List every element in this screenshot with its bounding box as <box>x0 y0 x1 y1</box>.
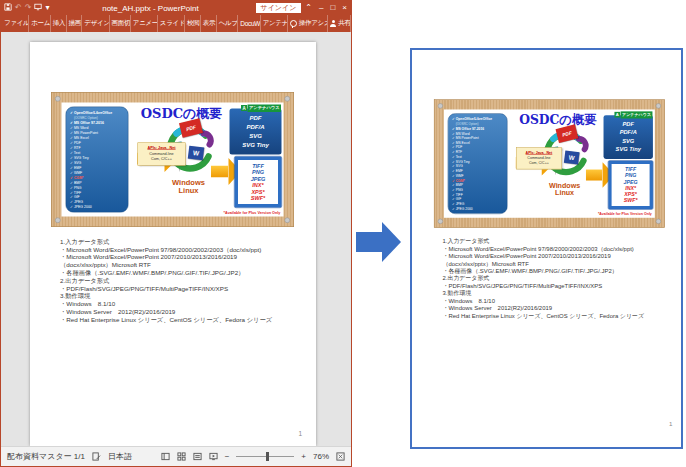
api-note: APIs: Java, .NetCommand-lineCom, C/C++ <box>138 143 186 166</box>
output-format-item: PDF <box>230 113 282 122</box>
exported-handout-page: A アンテナハウス OSDCの概要 ✓ OpenOffice/LibreOffi… <box>414 52 683 449</box>
start-slideshow-button[interactable] <box>34 3 42 13</box>
zoom-out-button[interactable]: − <box>225 452 230 461</box>
window-title: note_AH.pptx - PowerPoint <box>49 4 251 13</box>
api-note-line: Com, C/C++ <box>138 156 185 162</box>
minimize-button[interactable]: – <box>319 4 323 12</box>
ribbon-tab[interactable]: アニメー <box>131 15 158 32</box>
page-number: 1 <box>298 430 302 438</box>
notes-line: ・各種画像（.SVG/.EMF/.WMF/.BMP/.PNG/.GIF/.TIF… <box>443 268 675 275</box>
logo-icon: A <box>614 112 620 118</box>
notes-line: ・Microsoft Word/Excel/PowerPoint 2007/20… <box>443 253 675 260</box>
notes-line: 3.動作環境 <box>443 290 675 297</box>
slide-sorter-view-button[interactable] <box>177 452 186 461</box>
ribbon-tab[interactable]: 描画 <box>67 15 83 32</box>
status-bar: 配布資料マスター 1/1 日本語 − + 7 <box>1 446 351 466</box>
person-icon <box>330 20 336 27</box>
notes-line: ・Windows 8.1/10 <box>60 300 304 308</box>
powerpoint-window: ↶ ↷ ▾ note_AH.pptx - PowerPoint サインイン ⌃ … <box>0 0 352 467</box>
handout-notes-text: 1.入力データ形式・Microsoft Word/Excel/PowerPoin… <box>443 238 675 319</box>
language-button[interactable]: 日本語 <box>108 451 132 462</box>
logo-text: アンテナハウス <box>621 111 653 118</box>
ribbon-tab[interactable]: ファイル <box>2 15 29 32</box>
label: 操作アシス <box>299 19 328 28</box>
page-number: 1 <box>669 420 672 427</box>
notes-line: ・PDF/Flash/SVG/JPEG/PNG/TIFF/MultiPageTI… <box>443 283 675 290</box>
undo-button[interactable]: ↶ <box>15 4 22 12</box>
w-cube: W <box>188 146 204 161</box>
logo-text: アンテナハウス <box>248 104 281 112</box>
window-controls: ⌃ – □ × <box>305 4 347 12</box>
platform-label: WindowsLinux <box>537 182 592 197</box>
ribbon-tab[interactable]: 画面切 <box>110 15 131 32</box>
quick-access-toolbar: ↶ ↷ ▾ <box>4 3 49 13</box>
notes-line: 2.出力データ形式 <box>60 277 304 285</box>
screw-icon <box>438 219 443 224</box>
ribbon-tab[interactable]: デザイン <box>82 15 109 32</box>
zoom-in-button[interactable]: + <box>301 452 306 461</box>
ribbon-tab[interactable]: 操作アシス <box>288 15 328 32</box>
notes-line: ・Windows Server 2012(R2)/2016/2019 <box>443 305 675 312</box>
notes-line: ・Red Hat Enterprise Linux シリーズ、CentOS シリ… <box>443 312 675 319</box>
titlebar: ↶ ↷ ▾ note_AH.pptx - PowerPoint サインイン ⌃ … <box>1 1 351 15</box>
zoom-level-label[interactable]: 76% <box>313 452 329 461</box>
notes-line: 2.出力データ形式 <box>443 275 675 282</box>
redo-button[interactable]: ↷ <box>25 4 32 12</box>
output-plus-format-item: SWF* <box>612 197 650 203</box>
screw-icon <box>438 103 443 108</box>
editing-area[interactable]: A アンテナハウス OSDCの概要 ✓ OpenOffice/LibreOffi… <box>1 32 351 446</box>
output-format-item: SVG <box>230 131 282 140</box>
floppy-icon <box>4 3 12 11</box>
ribbon-tab[interactable]: 表示 <box>201 15 217 32</box>
reading-view-button[interactable] <box>193 452 202 461</box>
fit-to-window-button[interactable] <box>336 452 345 461</box>
handout-master-page[interactable]: A アンテナハウス OSDCの概要 ✓ OpenOffice/LibreOffi… <box>30 42 316 446</box>
ribbon-display-options-button[interactable]: ⌃ <box>305 4 312 12</box>
screw-icon <box>285 218 291 224</box>
input-format-list: ✓ OpenOffice/LibreOffice(OOSRC Option)✓ … <box>448 113 508 214</box>
ribbon-tab[interactable]: DocuW <box>238 15 260 32</box>
sign-in-button[interactable]: サインイン <box>256 3 302 13</box>
plus-version-footnote: *Available for Plus Version Only <box>595 212 655 216</box>
ribbon-tab-bar: ファイルホーム挿入描画デザイン画面切アニメースライド校閲表示ヘルプDocuWアン… <box>1 15 351 32</box>
comparison-arrow-icon <box>356 222 402 262</box>
save-button[interactable] <box>4 3 12 13</box>
output-plus-box: TIFFPNGJPEG INX*XPS*SWF* <box>235 157 282 208</box>
output-format-item: SVG Tiny <box>230 140 282 149</box>
lightbulb-icon <box>290 20 297 27</box>
platform-label: WindowsLinux <box>160 179 218 195</box>
display-settings-icon[interactable] <box>92 452 101 461</box>
ribbon-tab[interactable]: 校閲 <box>185 15 201 32</box>
ribbon-tab[interactable]: 挿入 <box>51 15 67 32</box>
page-content: A アンテナハウス OSDCの概要 ✓ OpenOffice/LibreOffi… <box>30 42 315 445</box>
close-button[interactable]: × <box>342 4 347 12</box>
label: 共有 <box>338 19 350 28</box>
output-plus-red-list: INX*XPS*SWF* <box>238 182 278 202</box>
maximize-button[interactable]: □ <box>330 4 335 12</box>
api-note: APIs: Java, .NetCommand-lineCom, C/C++ <box>516 147 562 169</box>
screw-icon <box>55 218 61 224</box>
monitor-icon <box>34 3 42 11</box>
ribbon-tab[interactable]: ホーム <box>29 15 51 32</box>
notes-line: ・Windows 8.1/10 <box>443 297 675 304</box>
slideshow-view-button[interactable] <box>209 452 218 461</box>
notes-line: ・Microsoft Word/Excel/PowerPoint 97/98/2… <box>60 246 304 254</box>
screw-icon <box>656 103 661 108</box>
normal-view-button[interactable] <box>161 452 170 461</box>
ribbon-tab[interactable]: アンテナ <box>261 15 288 32</box>
view-status-label: 配布資料マスター 1/1 <box>7 451 85 462</box>
api-note-line: Com, C/C++ <box>517 160 562 165</box>
slide-thumbnail: A アンテナハウス OSDCの概要 ✓ OpenOffice/LibreOffi… <box>51 92 294 227</box>
ribbon-tab[interactable]: ヘルプ <box>217 15 239 32</box>
notes-line: 3.動作環境 <box>60 293 304 301</box>
notes-line: 1.入力データ形式 <box>60 238 304 246</box>
output-format-item: SVG Tiny <box>604 145 653 154</box>
screw-icon <box>55 96 61 102</box>
slide-canvas: A アンテナハウス OSDCの概要 ✓ OpenOffice/LibreOffi… <box>62 103 284 217</box>
zoom-slider-thumb[interactable] <box>266 452 269 461</box>
zoom-slider[interactable] <box>236 452 294 461</box>
platform-line: Linux <box>160 187 218 195</box>
ribbon-tab[interactable]: 共有 <box>328 15 351 32</box>
ribbon-tab[interactable]: スライド <box>158 15 185 32</box>
output-plus-red-list: INX*XPS*SWF* <box>612 185 650 204</box>
